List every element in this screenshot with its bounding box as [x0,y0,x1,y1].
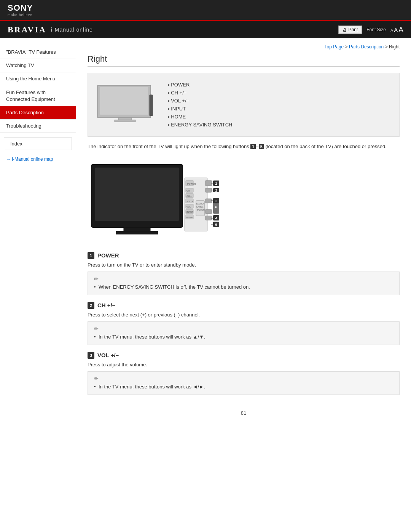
sidebar-item-parts-description[interactable]: Parts Description [0,106,76,120]
section-1-num: 1 [88,252,94,259]
tv-feature-list: POWER CH +/– VOL +/– INPUT HOME ENERGY S… [168,81,233,129]
sidebar-item-home-menu[interactable]: Using the Home Menu [0,72,76,86]
font-size-large[interactable]: A [398,26,403,34]
breadcrumb-parts-description[interactable]: Parts Description [349,44,384,50]
section-1-header: 1 POWER [88,252,400,259]
feature-energy: ENERGY SAVING SWITCH [168,121,233,129]
bravia-title: BRAVIA i-Manual online [8,25,93,35]
sidebar-item-troubleshooting[interactable]: Troubleshooting [0,120,76,133]
sidebar-item-fun-features[interactable]: Fun Features with Connected Equipment [0,86,76,106]
feature-ch: CH +/– [168,89,233,97]
tv-numbered-diagram: POWER CH + CH – VOL + VOL – INPUT HOME [88,157,400,244]
bravia-logo: BRAVIA [8,25,46,35]
note-2-item: In the TV menu, these buttons will work … [94,333,393,341]
imanual-map-link[interactable]: i-Manual online map [6,157,53,162]
font-size-label: Font Size [366,27,386,32]
note-1-item: When ENERGY SAVING SWITCH is off, the TV… [94,283,393,291]
svg-text:2: 2 [215,189,217,192]
svg-text:VOL +: VOL + [186,200,193,203]
svg-rect-29 [206,188,212,192]
sony-branding: SONY make.believe [8,3,33,17]
svg-text:CH –: CH – [186,195,192,197]
breadcrumb-current: Right [389,44,400,50]
svg-text:SAVING: SAVING [196,206,204,208]
header-controls: 🖨 Print Font Size A A A [338,26,403,34]
svg-rect-2 [118,118,132,120]
svg-rect-28 [206,181,212,186]
note-3-item: In the TV menu, these buttons will work … [94,383,393,391]
svg-text:5: 5 [215,223,217,227]
page-number: 81 [88,406,400,416]
svg-text:INPUT: INPUT [186,211,193,213]
font-size-small[interactable]: A [390,28,393,33]
breadcrumb: Top Page > Parts Description > Right [88,44,400,50]
section-3-num: 3 [88,352,94,359]
svg-text:CH +: CH + [186,190,192,192]
feature-vol: VOL +/– [168,97,233,105]
svg-rect-31 [206,209,212,214]
section-2-num: 2 [88,302,94,309]
intro-text: The indicator on the front of the TV wil… [88,143,400,151]
font-size-medium[interactable]: A [394,27,398,33]
svg-rect-32 [206,216,212,220]
section-1-note: ✏ When ENERGY SAVING SWITCH is off, the … [88,272,400,295]
svg-rect-30 [206,199,212,203]
main-layout: "BRAVIA" TV Features Watching TV Using t… [0,38,411,427]
print-button[interactable]: 🖨 Print [338,26,362,34]
tv-overview-diagram: POWER CH +/– VOL +/– INPUT HOME ENERGY S… [88,73,400,137]
button-indicator-icon-5: 5 [259,144,264,149]
section-3-header: 3 VOL +/– [88,352,400,359]
note-icon-1: ✏ [94,276,393,282]
sony-logo: SONY [8,3,33,13]
sidebar: "BRAVIA" TV Features Watching TV Using t… [0,38,76,427]
svg-text:1: 1 [215,181,217,185]
section-2-title: CH +/– [97,302,115,308]
feature-input: INPUT [168,105,233,113]
font-size-controls: A A A [390,26,403,34]
sidebar-item-watching[interactable]: Watching TV [0,59,76,72]
feature-home: HOME [168,113,233,121]
note-icon-2: ✏ [94,326,393,332]
button-indicator-icon: 1 [250,144,256,149]
svg-rect-8 [116,231,158,234]
sidebar-map-link[interactable]: i-Manual online map [0,155,76,163]
sony-tagline: make.believe [8,13,33,17]
section-2-note: ✏ In the TV menu, these buttons will wor… [88,321,400,345]
section-3-title: VOL +/– [97,352,119,358]
sidebar-index[interactable]: Index [4,137,72,150]
svg-text:HOME: HOME [186,216,193,219]
section-2-desc: Press to select the next (+) or previous… [88,311,400,319]
section-1-desc: Press to turn on the TV or to enter stan… [88,261,400,269]
svg-rect-3 [115,120,135,122]
sidebar-item-bravia-features[interactable]: "BRAVIA" TV Features [0,46,76,59]
section-1-title: POWER [97,252,119,259]
svg-rect-7 [124,227,150,231]
svg-rect-1 [100,87,148,115]
svg-text:VOL –: VOL – [186,206,193,208]
svg-text:ENERGY: ENERGY [196,203,205,205]
top-bar: SONY make.believe [0,0,411,20]
svg-rect-4 [150,95,153,116]
tv-sketch [96,83,156,126]
svg-text:POWER: POWER [187,183,196,185]
content-area: Top Page > Parts Description > Right Rig… [76,38,411,427]
feature-power: POWER [168,81,233,89]
svg-text:6: 6 [215,205,217,209]
section-3-note: ✏ In the TV menu, these buttons will wor… [88,371,400,395]
section-2-header: 2 CH +/– [88,302,400,309]
svg-text:4: 4 [215,216,217,220]
breadcrumb-top-page[interactable]: Top Page [325,44,344,50]
bravia-bar: BRAVIA i-Manual online 🖨 Print Font Size… [0,20,411,38]
page-title: Right [88,54,400,67]
note-icon-3: ✏ [94,375,393,382]
section-3-desc: Press to adjust the volume. [88,361,400,369]
printer-icon: 🖨 [342,27,347,32]
bravia-subtitle: i-Manual online [51,27,93,33]
svg-text:SWITCH: SWITCH [197,209,205,211]
svg-rect-6 [95,168,179,221]
